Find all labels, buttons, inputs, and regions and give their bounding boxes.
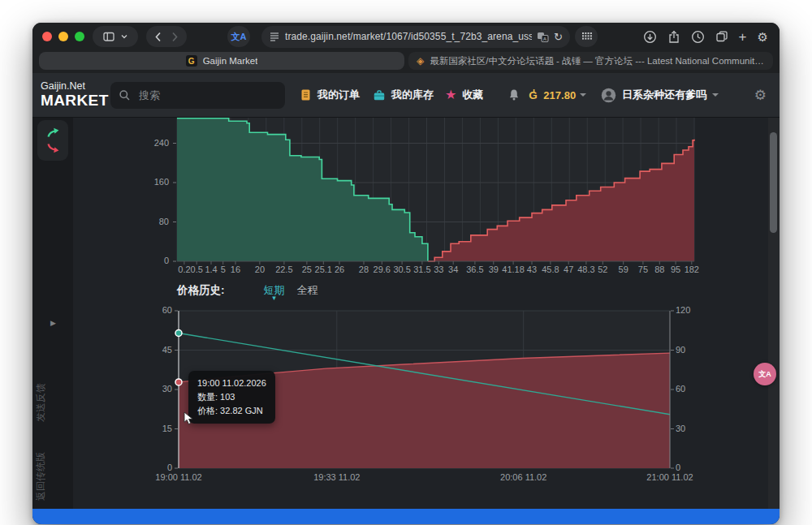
depth-x-tick-label: 31.5 xyxy=(413,265,430,274)
tab-short-term[interactable]: 短期 ▾ xyxy=(264,283,285,298)
search-input[interactable] xyxy=(137,88,259,102)
send-feedback-link[interactable]: 发送反馈 xyxy=(34,383,48,422)
depth-x-tick-label: 5 xyxy=(221,265,226,274)
back-button[interactable] xyxy=(154,32,162,42)
left-rail: ▶ 发送反馈 返回传统版 xyxy=(32,118,73,509)
url-text[interactable]: trade.gaijin.net/market/1067/id50355_t_7… xyxy=(285,31,532,42)
svg-text:A: A xyxy=(543,36,547,41)
browser-tabbar: G Gaijin Market ◈ 最新国家社区/中文分论坛话题 - 战锤 — … xyxy=(32,50,780,73)
price-left-tick-label: 30 xyxy=(162,384,172,394)
forward-button[interactable] xyxy=(171,32,179,42)
reload-icon[interactable]: ↻ xyxy=(554,32,563,42)
translate-button[interactable]: 文A xyxy=(227,26,250,47)
notifications-bell-button[interactable] xyxy=(508,88,520,101)
depth-y-tick-label: 240 xyxy=(154,138,169,148)
sidebar-toggle-button[interactable] xyxy=(93,26,138,47)
depth-y-tick-label: 80 xyxy=(159,217,169,226)
active-tab-caret-icon: ▾ xyxy=(272,294,276,302)
user-menu[interactable]: 日系杂种还有爹吗 xyxy=(601,88,719,103)
avatar-icon xyxy=(601,88,616,103)
my-inventory-label: 我的库存 xyxy=(391,88,434,102)
balance-amount: 217.80 xyxy=(543,89,576,101)
price-left-tick-label: 15 xyxy=(162,424,172,433)
bell-icon xyxy=(508,88,520,101)
price-right-tick-label: 0 xyxy=(676,463,680,472)
tooltip-time: 19:00 11.02.2026 xyxy=(197,377,266,390)
tab-label: 最新国家社区/中文分论坛话题 - 战锤 — 官方论坛 --- Latest Na… xyxy=(430,55,765,67)
trend-down-arrow-icon[interactable] xyxy=(46,143,60,154)
depth-x-tick-label: 45.8 xyxy=(542,265,559,274)
close-window-button[interactable] xyxy=(42,32,52,41)
depth-x-tick-label: 25.1 xyxy=(315,265,332,274)
chevron-down-icon xyxy=(120,32,128,41)
depth-x-tick-label: 22.5 xyxy=(275,265,292,274)
tab-overview-button[interactable] xyxy=(715,30,728,43)
price-left-tick-label: 60 xyxy=(162,305,172,315)
market-item-page: 080160240 0.20.51.45162022.52525.1262829… xyxy=(73,118,768,509)
trend-up-arrow-icon[interactable] xyxy=(46,127,60,138)
tooltip-quantity: 数量: 103 xyxy=(197,390,266,404)
depth-x-tick-label: 28 xyxy=(359,265,369,274)
price-chart-left-axis: 015304560 xyxy=(148,311,172,468)
scrollbar-thumb[interactable] xyxy=(770,132,777,233)
depth-y-tick-label: 160 xyxy=(154,177,169,187)
page-scrollbar[interactable] xyxy=(768,118,780,509)
balance-dropdown[interactable]: G 217.80 xyxy=(527,88,586,101)
depth-x-tick-label: 52 xyxy=(598,265,607,274)
user-caret-icon xyxy=(712,93,719,97)
depth-x-tick-label: 20 xyxy=(255,265,265,274)
favorites-button[interactable]: ★ 收藏 xyxy=(445,88,483,102)
minimize-window-button[interactable] xyxy=(58,32,68,41)
history-button[interactable] xyxy=(691,30,705,44)
price-right-tick-label: 90 xyxy=(676,345,685,355)
rail-expand-triangle-icon[interactable]: ▶ xyxy=(50,319,56,327)
my-orders-button[interactable]: 我的订单 xyxy=(300,88,360,102)
reader-mode-icon[interactable] xyxy=(269,31,280,42)
search-box[interactable] xyxy=(110,82,285,109)
price-x-tick-label: 20:06 11.02 xyxy=(500,472,546,482)
translate-fab-button[interactable]: 文A xyxy=(754,363,776,385)
address-bar[interactable]: trade.gaijin.net/market/1067/id50355_t_7… xyxy=(261,26,570,48)
translate-fab-icon: 文A xyxy=(758,369,771,380)
price-right-tick-label: 120 xyxy=(676,305,690,315)
classic-version-link[interactable]: 返回传统版 xyxy=(34,452,48,501)
tab-gaijin-market[interactable]: G Gaijin Market xyxy=(39,52,404,70)
translate-badge-icon[interactable]: A xyxy=(537,32,549,42)
tab-label: Gaijin Market xyxy=(203,56,258,66)
search-icon xyxy=(119,89,131,101)
share-button[interactable] xyxy=(667,30,680,44)
depth-x-tick-label: 1.4 xyxy=(205,265,217,274)
new-tab-button[interactable]: + xyxy=(739,30,747,44)
cookie-banner xyxy=(32,509,780,524)
depth-x-tick-label: 39 xyxy=(489,265,499,274)
price-history-tabs: 短期 ▾ 全程 xyxy=(264,283,318,298)
tab-full-range[interactable]: 全程 xyxy=(297,283,318,298)
window-controls xyxy=(42,32,86,41)
depth-x-tick-label: 26 xyxy=(335,265,344,274)
gjn-coin-icon: G xyxy=(527,88,539,101)
extensions-grid-button[interactable] xyxy=(575,26,598,47)
gaijin-market-logo[interactable]: Gaijin.Net MARKET xyxy=(41,81,104,108)
logo-line1: Gaijin.Net xyxy=(41,81,104,92)
browser-settings-gear-icon[interactable]: ⚙ xyxy=(758,31,768,43)
favorites-label: 收藏 xyxy=(462,88,483,102)
sidebar-icon xyxy=(102,30,115,43)
page-body: ▶ 发送反馈 返回传统版 080160240 0.20.51.45162022.… xyxy=(32,118,780,509)
price-left-tick-label: 45 xyxy=(162,345,172,355)
tooltip-price: 价格: 32.82 GJN xyxy=(197,404,266,418)
site-settings-gear-icon[interactable]: ⚙ xyxy=(754,88,767,102)
depth-x-tick-label: 48.3 xyxy=(577,265,594,274)
depth-x-tick-label: 29.6 xyxy=(374,265,391,274)
tab-forum[interactable]: ◈ 最新国家社区/中文分论坛话题 - 战锤 — 官方论坛 --- Latest … xyxy=(408,52,773,70)
fullscreen-window-button[interactable] xyxy=(75,32,84,41)
depth-x-tick-label: 41.18 xyxy=(502,265,525,274)
forum-favicon: ◈ xyxy=(417,55,424,67)
depth-chart[interactable] xyxy=(177,118,694,265)
history-nav-group xyxy=(146,26,187,47)
depth-x-tick-label: 88 xyxy=(654,265,664,274)
translate-icon: 文A xyxy=(231,31,247,43)
downloads-button[interactable] xyxy=(643,30,657,44)
price-x-tick-label: 19:00 11.02 xyxy=(155,472,201,482)
logo-line2: MARKET xyxy=(41,93,104,109)
my-inventory-button[interactable]: 我的库存 xyxy=(373,88,434,102)
